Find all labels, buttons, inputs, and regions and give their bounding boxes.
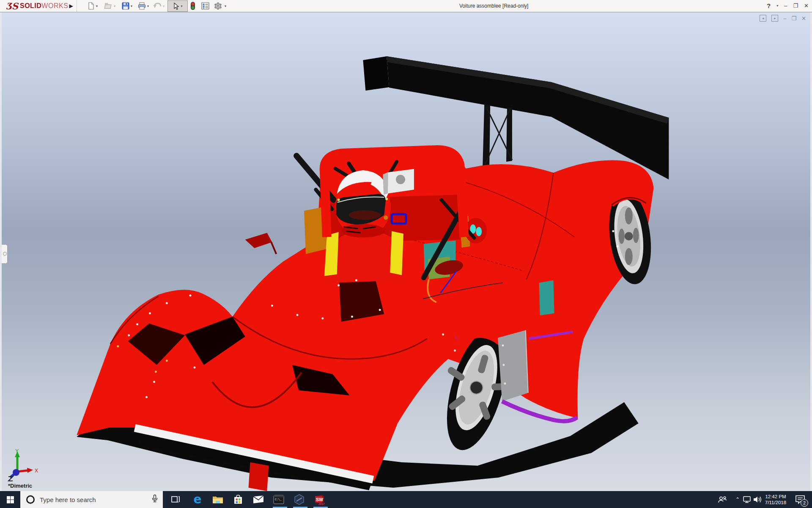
view-orientation-label: *Dimetric — [8, 483, 32, 489]
triad-y-label: Y — [15, 448, 19, 454]
rebuild-traffic-light-icon — [190, 2, 195, 10]
tray-network-icon[interactable] — [741, 491, 753, 508]
sw-year: 2017 — [318, 502, 325, 505]
select-button[interactable]: ▾ — [167, 0, 188, 12]
edrawings-hexagon-icon — [294, 494, 304, 505]
toolbar-separator — [77, 0, 77, 12]
file-properties-icon — [201, 2, 209, 10]
pane-next-icon[interactable]: ▸ — [771, 15, 778, 22]
document-window-controls: ◂ ▸ – ❐ ✕ — [760, 15, 806, 22]
menu-flyout-arrow-icon[interactable]: ▶ — [67, 1, 75, 11]
help-dropdown-icon[interactable]: ▾ — [776, 0, 778, 12]
doc-minimize-icon[interactable]: – — [783, 15, 786, 22]
brand-solid-text: SOLID — [20, 2, 41, 10]
orientation-triad: Y X — [3, 448, 41, 484]
edge-icon: e — [194, 494, 202, 505]
save-floppy-icon — [122, 2, 129, 10]
undo-button[interactable]: ▾ — [153, 1, 165, 11]
taskbar-item-task-view[interactable] — [165, 491, 186, 508]
start-button[interactable] — [0, 491, 20, 508]
printer-icon — [138, 2, 146, 10]
cmd-prompt-text: C:\_ — [275, 498, 282, 501]
solidworks-logo: ƷS SOLIDWORKS — [6, 1, 68, 11]
taskbar-item-edrawings[interactable] — [289, 491, 309, 508]
quarter-panel[interactable] — [498, 330, 528, 401]
title-bar: ƷS SOLIDWORKS ▶ ▾ ▾ ▾ ▾ ▾ — [0, 0, 812, 12]
close-button[interactable]: ✕ — [804, 0, 809, 12]
graphics-viewport[interactable]: ◂ ▸ – ❐ ✕ Y X *Dimetric — [0, 12, 812, 491]
open-button[interactable]: ▾ — [104, 1, 115, 11]
cortana-icon — [26, 495, 35, 504]
search-placeholder-text: Type here to search — [40, 496, 152, 503]
doc-close-icon[interactable]: ✕ — [801, 15, 806, 22]
taskbar-item-edge[interactable]: e — [187, 491, 208, 508]
print-button[interactable]: ▾ — [138, 1, 149, 11]
pane-previous-icon[interactable]: ◂ — [760, 15, 766, 22]
solidworks-logo-mark-icon: ƷS — [6, 1, 18, 11]
rebuild-button[interactable] — [190, 1, 195, 11]
tab-handle-icon — [3, 252, 7, 256]
tray-date: 7/11/2018 — [763, 500, 788, 505]
brand-works-text: WORKS — [41, 2, 68, 10]
open-folder-icon — [104, 2, 112, 10]
tray-clock[interactable]: 12:42 PM 7/11/2018 — [763, 491, 788, 508]
taskbar-item-mail[interactable] — [248, 491, 269, 508]
notification-badge: 2 — [801, 499, 808, 507]
model-viewport-render[interactable] — [2, 12, 810, 491]
file-explorer-icon — [212, 495, 223, 504]
command-prompt-icon: C:\_ — [273, 495, 284, 504]
window-title: Voiture assomblee [Read-only] — [459, 3, 528, 9]
side-mirror[interactable] — [245, 233, 277, 254]
file-properties-button[interactable] — [201, 1, 209, 11]
window-controls: ? ▾ – ❐ ✕ — [767, 0, 809, 12]
gear-icon — [214, 2, 222, 10]
solidworks-2017-icon: SW 2017 — [313, 493, 326, 506]
windows-logo-icon — [7, 496, 14, 503]
tray-time: 12:42 PM — [763, 494, 788, 500]
new-document-icon — [87, 2, 95, 10]
minimize-button[interactable]: – — [784, 0, 787, 12]
taskbar-search[interactable]: Type here to search — [20, 491, 163, 508]
options-button[interactable]: ▾ — [214, 1, 226, 11]
taskbar-item-file-explorer[interactable] — [208, 491, 228, 508]
task-view-icon — [171, 495, 180, 504]
restore-button[interactable]: ❐ — [793, 0, 798, 12]
tray-people-icon[interactable] — [716, 491, 728, 508]
mail-icon — [253, 495, 264, 504]
taskbar-item-store[interactable] — [228, 491, 248, 508]
tray-volume-icon[interactable] — [752, 491, 764, 508]
taskbar-item-command-prompt[interactable]: C:\_ — [269, 491, 289, 508]
microphone-icon[interactable] — [152, 494, 158, 505]
taskbar: Type here to search e — [0, 491, 812, 508]
select-cursor-icon — [173, 3, 179, 10]
save-button[interactable]: ▾ — [122, 1, 132, 11]
microsoft-store-icon — [233, 494, 243, 505]
feature-manager-collapsed-tab[interactable] — [2, 244, 8, 264]
triad-x-label: X — [35, 468, 38, 474]
taskbar-item-solidworks[interactable]: SW 2017 — [309, 491, 329, 508]
help-button[interactable]: ? — [767, 0, 771, 12]
doc-restore-icon[interactable]: ❐ — [791, 15, 796, 22]
sw-label: SW — [316, 497, 323, 502]
undo-arrow-icon — [153, 2, 162, 10]
new-button[interactable]: ▾ — [87, 1, 98, 11]
